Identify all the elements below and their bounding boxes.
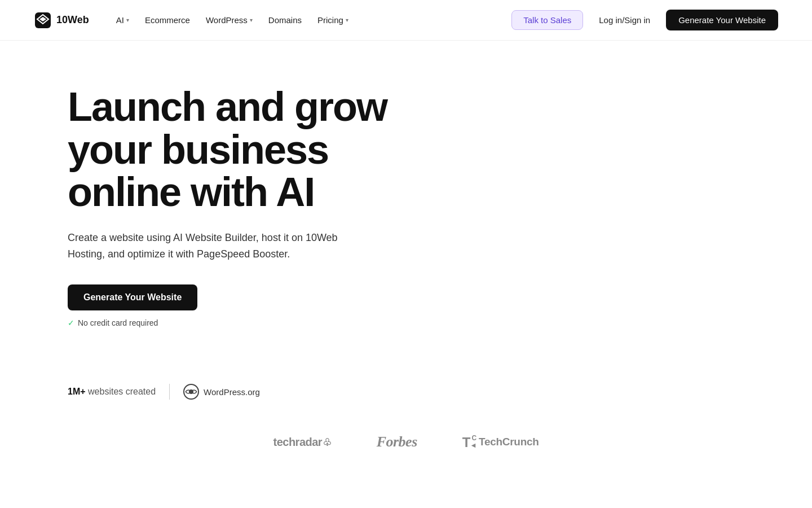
brand-name: 10Web (56, 14, 89, 26)
login-button[interactable]: Log in/Sign in (592, 11, 657, 29)
talk-to-sales-button[interactable]: Talk to Sales (511, 10, 583, 30)
website-stat: 1M+ websites created (68, 387, 156, 397)
wordpress-org-badge[interactable]: WordPress.org (183, 384, 260, 400)
hero-generate-button[interactable]: Generate Your Website (68, 284, 197, 310)
press-logo-forbes: Forbes (377, 433, 417, 450)
nav-cta-group: Talk to Sales Log in/Sign in Generate Yo… (511, 10, 778, 30)
nav-item-wordpress[interactable]: WordPress ▾ (199, 11, 259, 29)
hero-section: Launch and grow your business online wit… (0, 41, 812, 361)
press-logo-techcrunch: TC◀TechCrunch (462, 435, 539, 449)
navbar: 10Web AI ▾ Ecommerce WordPress ▾ Domains… (0, 0, 812, 41)
nav-item-ecommerce[interactable]: Ecommerce (138, 11, 197, 29)
no-credit-card-note: ✓ No credit card required (68, 318, 158, 327)
hero-cta-wrap: Generate Your Website ✓ No credit card r… (68, 284, 744, 327)
hero-subheadline: Create a website using AI Website Builde… (68, 230, 338, 262)
chevron-down-icon: ▾ (250, 17, 253, 23)
press-section: techradar♧ Forbes TC◀TechCrunch (0, 400, 812, 473)
logo-link[interactable]: 10Web (34, 11, 89, 29)
stat-label: websites created (88, 387, 156, 396)
stat-number: 1M+ (68, 387, 86, 396)
nav-item-ai[interactable]: AI ▾ (109, 11, 136, 29)
nav-item-domains[interactable]: Domains (262, 11, 308, 29)
hero-headline: Launch and grow your business online wit… (68, 86, 406, 214)
check-icon: ✓ (68, 318, 74, 327)
wordpress-logo-icon (183, 384, 199, 400)
nav-item-pricing[interactable]: Pricing ▾ (311, 11, 355, 29)
press-logo-techradar: techradar♧ (273, 436, 331, 449)
logo-icon (34, 11, 52, 29)
nav-generate-button[interactable]: Generate Your Website (666, 10, 778, 30)
no-credit-label: No credit card required (78, 318, 158, 327)
chevron-down-icon: ▾ (126, 17, 129, 23)
nav-links: AI ▾ Ecommerce WordPress ▾ Domains Prici… (109, 11, 512, 29)
social-proof-section: 1M+ websites created WordPress.org (0, 384, 812, 400)
wordpress-label: WordPress.org (204, 387, 260, 397)
chevron-down-icon: ▾ (346, 17, 348, 23)
vertical-divider (169, 384, 170, 400)
